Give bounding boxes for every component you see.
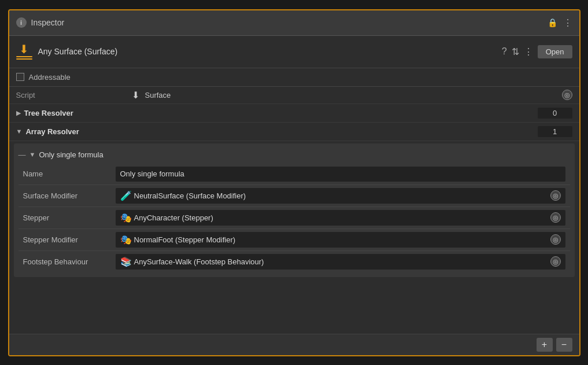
field-stepper-text: 🎭 AnyCharacter (Stepper) <box>120 212 550 223</box>
array-resolver-row: ▼ Array Resolver 1 <box>9 123 579 141</box>
field-footstep-text: 📚 AnySurface-Walk (Footstep Behaviour) <box>120 256 550 267</box>
field-surface-modifier-label: Surface Modifier <box>23 191 116 200</box>
surface-modifier-picker[interactable]: ◎ <box>550 190 561 201</box>
download-icon: ⬇ <box>19 43 29 55</box>
title-right: 🔒 ⋮ <box>548 17 572 28</box>
array-resolver-label: Array Resolver <box>25 127 537 136</box>
window-title: Inspector <box>31 18 65 27</box>
stepper-picker[interactable]: ◎ <box>550 212 561 223</box>
script-icon: ⬇ <box>132 90 139 101</box>
field-stepper-modifier-row: Stepper Modifier 🎭 NormalFoot (Stepper M… <box>19 229 570 251</box>
formula-header-label: Only single formula <box>39 150 103 159</box>
remove-button[interactable]: − <box>556 338 572 352</box>
open-button[interactable]: Open <box>538 45 572 58</box>
script-value: ⬇ Surface <box>132 90 562 101</box>
formula-toggle[interactable]: ▼ <box>29 151 36 158</box>
asset-left: ⬇ Any Surface (Surface) <box>16 43 118 60</box>
array-resolver-toggle[interactable]: ▼ <box>16 128 23 135</box>
asset-name: Any Surface (Surface) <box>38 47 118 56</box>
inspector-window: i Inspector 🔒 ⋮ ⬇ Any Surface (Surface) … <box>8 9 580 356</box>
field-surface-modifier-text: 🧪 NeutralSurface (Surface Modifier) <box>120 190 550 201</box>
tree-resolver-value: 0 <box>538 108 572 119</box>
info-icon: i <box>16 17 27 28</box>
field-name-label: Name <box>23 169 116 178</box>
title-left: i Inspector <box>16 17 65 28</box>
addressable-row: Addressable <box>9 68 579 87</box>
field-stepper-modifier-label: Stepper Modifier <box>23 235 116 244</box>
field-footstep-row: Footstep Behaviour 📚 AnySurface-Walk (Fo… <box>19 251 570 272</box>
title-bar: i Inspector 🔒 ⋮ <box>9 10 579 36</box>
asset-menu-button[interactable]: ⋮ <box>524 46 533 57</box>
script-value-container: ⬇ Surface ◎ <box>132 90 572 101</box>
settings-button[interactable]: ⇅ <box>512 46 519 57</box>
script-name: Surface <box>145 91 171 99</box>
footstep-picker[interactable]: ◎ <box>550 256 561 267</box>
tree-resolver-row: ▶ Tree Resolver 0 <box>9 104 579 123</box>
field-stepper-value: 🎭 AnyCharacter (Stepper) ◎ <box>116 210 565 226</box>
properties-area: Script ⬇ Surface ◎ ▶ Tree Resolver 0 ▼ A… <box>9 87 579 334</box>
formula-dash: — <box>19 150 26 159</box>
stepper-modifier-picker[interactable]: ◎ <box>550 234 561 245</box>
tree-resolver-label: Tree Resolver <box>24 109 538 117</box>
script-row: Script ⬇ Surface ◎ <box>9 87 579 104</box>
asset-row: ⬇ Any Surface (Surface) ? ⇅ ⋮ Open <box>9 36 579 68</box>
add-button[interactable]: + <box>537 338 553 352</box>
asset-right: ? ⇅ ⋮ Open <box>502 45 572 58</box>
wave-icon <box>16 56 32 60</box>
script-label: Script <box>16 91 132 99</box>
field-surface-modifier-value: 🧪 NeutralSurface (Surface Modifier) ◎ <box>116 188 565 204</box>
addressable-label: Addressable <box>29 73 71 82</box>
bottom-bar: + − <box>9 334 579 355</box>
stepper-modifier-icon: 🎭 <box>120 234 132 245</box>
field-stepper-modifier-text: 🎭 NormalFoot (Stepper Modifier) <box>120 234 550 245</box>
stepper-icon: 🎭 <box>120 212 132 223</box>
surface-modifier-icon: 🧪 <box>120 190 132 201</box>
field-stepper-row: Stepper 🎭 AnyCharacter (Stepper) ◎ <box>19 207 570 229</box>
array-resolver-value: 1 <box>538 126 572 137</box>
addressable-checkbox[interactable] <box>16 73 24 81</box>
field-footstep-label: Footstep Behaviour <box>23 257 116 266</box>
title-menu-icon[interactable]: ⋮ <box>563 17 572 28</box>
help-button[interactable]: ? <box>502 46 507 57</box>
field-name-value: Only single formula <box>116 167 565 182</box>
field-name-text: Only single formula <box>120 169 561 178</box>
footstep-icon: 📚 <box>120 256 132 267</box>
field-surface-modifier-row: Surface Modifier 🧪 NeutralSurface (Surfa… <box>19 185 570 207</box>
field-footstep-value: 📚 AnySurface-Walk (Footstep Behaviour) ◎ <box>116 254 565 270</box>
tree-resolver-toggle[interactable]: ▶ <box>16 109 21 117</box>
field-name-row: Name Only single formula <box>19 164 570 185</box>
field-stepper-modifier-value: 🎭 NormalFoot (Stepper Modifier) ◎ <box>116 232 565 248</box>
lock-icon[interactable]: 🔒 <box>548 18 557 27</box>
formula-container: — ▼ Only single formula Name Only single… <box>14 143 575 277</box>
formula-header: — ▼ Only single formula <box>19 148 570 164</box>
script-picker-button[interactable]: ◎ <box>562 90 572 100</box>
field-stepper-label: Stepper <box>23 213 116 222</box>
asset-icon: ⬇ <box>16 43 32 60</box>
